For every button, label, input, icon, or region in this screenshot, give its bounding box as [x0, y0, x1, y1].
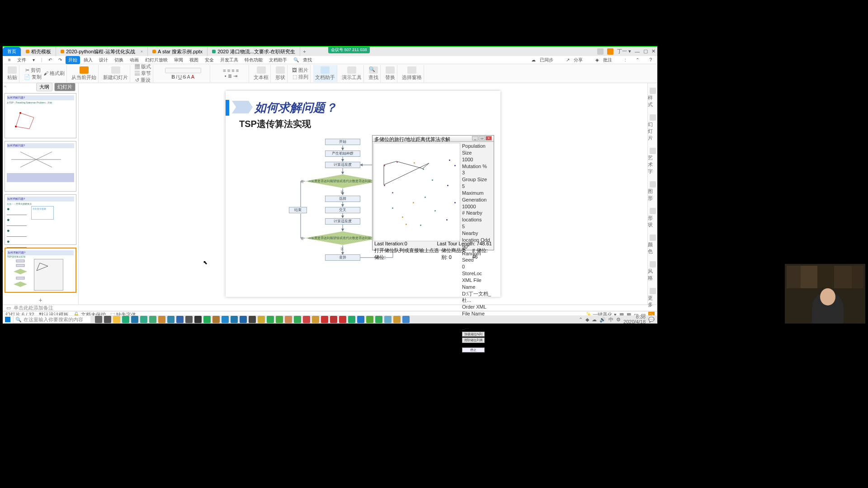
close-window-icon[interactable]: ✕	[651, 48, 656, 54]
app-icon[interactable]	[312, 316, 319, 323]
app-icon[interactable]	[267, 316, 274, 323]
app-icon[interactable]	[104, 316, 111, 323]
menu-anim[interactable]: 动画	[127, 56, 142, 64]
app-icon[interactable]	[375, 316, 382, 323]
user-icon[interactable]	[607, 48, 613, 55]
menu-special[interactable]: 特色功能	[242, 56, 265, 64]
tab-doc2[interactable]: A star 搜索示例.pptx	[148, 47, 208, 56]
rtool-graphic[interactable]: 图形	[648, 181, 657, 202]
app-icon[interactable]	[258, 316, 265, 323]
redo-icon[interactable]: ↷	[56, 56, 65, 63]
app-icon[interactable]	[194, 316, 202, 323]
thumb-4[interactable]: 4如何求解问题?	[5, 141, 76, 192]
app-icon[interactable]	[131, 316, 138, 323]
cut-icon[interactable]: ✂ 剪切	[25, 67, 41, 74]
app-icon[interactable]	[240, 316, 247, 323]
layout-icon[interactable]: ▦ 版式	[135, 63, 151, 70]
app-icon[interactable]	[384, 316, 392, 323]
taskbar-search[interactable]: 🔍在这里输入你要搜索的内容	[14, 316, 90, 323]
notes-button[interactable]: ◈ 批注	[593, 56, 618, 64]
vscode-icon[interactable]	[357, 316, 364, 323]
app-icon[interactable]	[222, 316, 229, 323]
tab-add[interactable]: +	[300, 49, 308, 54]
clock[interactable]: 8:382020/4/18	[623, 314, 646, 324]
thumb-3[interactable]: 3如何求解问题?从TSP（Travelling Salesman Problem…	[5, 93, 76, 138]
notes-bar[interactable]: ▭单击此处添加备注	[3, 305, 657, 311]
collapse-ribbon-icon[interactable]: ⌃	[633, 56, 642, 63]
rtool-shapes[interactable]: 形状	[648, 208, 657, 228]
menu-slideshow[interactable]: 幻灯片放映	[142, 56, 170, 64]
slide-canvas[interactable]: 如何求解问题？ TSP遗传算法实现	[79, 83, 647, 305]
new-slide-icon[interactable]	[111, 66, 120, 74]
app-icon[interactable]	[140, 316, 147, 323]
rtool-style[interactable]: 样式	[648, 88, 657, 108]
app-icon[interactable]	[303, 316, 310, 323]
app-icon[interactable]	[212, 316, 220, 323]
tab-templates[interactable]: 稻壳模板	[21, 47, 56, 56]
close-icon[interactable]: ×	[141, 49, 143, 54]
tray-icon[interactable]: ⚙	[616, 317, 621, 323]
tray-icon[interactable]: ◆	[585, 317, 589, 323]
rtool-slide[interactable]: 幻灯片	[648, 114, 657, 141]
share-button[interactable]: ↗ 分享	[563, 56, 588, 64]
shapes-icon[interactable]	[276, 66, 285, 74]
tray-icon[interactable]: ☁	[592, 317, 597, 323]
format-painter[interactable]: 🖌 格式刷	[43, 70, 65, 77]
undo-icon[interactable]: ↶	[46, 56, 55, 63]
tray-expand-icon[interactable]: ⌃	[579, 317, 583, 323]
app-icon[interactable]	[285, 316, 292, 323]
replace-icon[interactable]	[386, 66, 395, 74]
app-icon[interactable]	[321, 316, 328, 323]
maximize-icon[interactable]: ▢	[643, 48, 648, 54]
app-icon[interactable]	[231, 316, 238, 323]
outline-tab[interactable]: 大纲	[36, 83, 52, 91]
reset-button[interactable]: ↺ 重设	[135, 77, 151, 84]
app-icon[interactable]	[249, 316, 256, 323]
app-icon[interactable]	[185, 316, 193, 323]
section-icon[interactable]: ▤ 章节	[135, 70, 151, 77]
avatar[interactable]: 丁一 ▾	[617, 48, 631, 55]
menu-security[interactable]: 安全	[202, 56, 217, 64]
explorer-icon[interactable]	[113, 316, 120, 323]
menu-start[interactable]: 开始	[66, 56, 80, 64]
start-button[interactable]	[3, 315, 13, 324]
menu-transition[interactable]: 切换	[112, 56, 126, 64]
rtool-theme[interactable]: 风格	[648, 261, 657, 282]
find-icon[interactable]: 🔍	[369, 66, 378, 74]
menu-design[interactable]: 设计	[96, 56, 111, 64]
font-select[interactable]	[165, 68, 201, 73]
app-icon[interactable]	[276, 316, 283, 323]
tab-doc3[interactable]: 2020 港口物流...文要求-在职研究生	[208, 47, 300, 56]
arrange-icon[interactable]: ⬚ 排列	[292, 74, 308, 80]
app-icon[interactable]	[149, 316, 156, 323]
notifications-icon[interactable]: 💬	[648, 317, 655, 323]
menu-view[interactable]: 视图	[187, 56, 201, 64]
skin-icon[interactable]	[597, 48, 604, 55]
images-icon[interactable]: 🖼 图片	[292, 67, 308, 74]
app-icon[interactable]	[294, 316, 301, 323]
copy-icon[interactable]: 📄 复制	[24, 74, 42, 80]
sync-status[interactable]: ☁ 已同步	[528, 56, 559, 64]
app-icon[interactable]	[167, 316, 175, 323]
app-icon[interactable]	[176, 316, 184, 323]
tray-ime-icon[interactable]: 中	[609, 316, 613, 323]
thumb-5[interactable]: 5如何求解问题?方法一：穷举式搜索算法● ————● ————● ————● —…	[5, 194, 76, 245]
doc-helper-icon[interactable]	[321, 66, 330, 74]
add-slide-button[interactable]: +	[3, 296, 78, 305]
tray-icon[interactable]: 🔊	[599, 317, 606, 323]
minimize-icon[interactable]: —	[635, 49, 640, 54]
tab-doc1[interactable]: 2020-python编程-运筹优化实战×	[56, 47, 148, 56]
menu-review[interactable]: 审阅	[171, 56, 186, 64]
menu-insert[interactable]: 插入	[81, 56, 95, 64]
help-icon[interactable]: ?	[646, 56, 655, 63]
menu-search[interactable]: 🔍 查找	[291, 56, 317, 64]
rtool-wordart[interactable]: 艺术字	[648, 148, 657, 175]
rtool-more[interactable]: 更多	[648, 288, 657, 308]
app-icon[interactable]	[402, 316, 410, 323]
textbox-icon[interactable]	[257, 66, 266, 74]
app-icon[interactable]	[348, 316, 355, 323]
menu-helper[interactable]: 文档助手	[266, 56, 290, 64]
app-icon[interactable]	[330, 316, 337, 323]
menu-file[interactable]: 文件	[14, 56, 29, 64]
slides-tab[interactable]: 幻灯片	[54, 83, 75, 91]
